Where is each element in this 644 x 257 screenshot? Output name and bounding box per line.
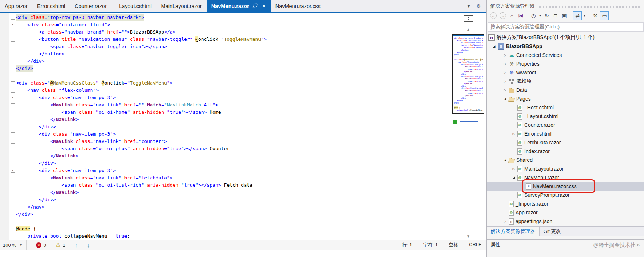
pin-icon[interactable] <box>253 3 258 8</box>
tree-item-pages[interactable]: ◢Pages <box>487 94 644 103</box>
pending-changes-filter-icon[interactable]: ◷ <box>529 12 537 20</box>
forward-icon[interactable]: → <box>500 12 506 19</box>
warning-count-button[interactable]: ⚠ 1 <box>56 242 65 248</box>
properties-icon[interactable]: ⚒ <box>591 12 599 20</box>
tree-item-counter-razor[interactable]: @Counter.razor <box>487 121 644 129</box>
scroll-down-icon[interactable]: ▼ <box>466 234 470 239</box>
tree-item-fetchdata-razor[interactable]: @FetchData.razor <box>487 138 644 147</box>
expand-arrow-icon[interactable]: ▷ <box>510 132 517 136</box>
refresh-icon[interactable]: ↻ <box>543 12 551 20</box>
fold-collapse-box[interactable]: - <box>9 87 16 94</box>
fold-collapse-box[interactable]: - <box>9 101 16 109</box>
globe-icon: ⊕ <box>509 70 514 75</box>
breakpoint-margin[interactable] <box>0 13 9 240</box>
tree-item-properties[interactable]: ▷⚒Properties <box>487 59 644 68</box>
eol-indicator[interactable]: CRLF <box>469 242 481 248</box>
collapse-arrow-icon[interactable]: ◢ <box>490 44 498 48</box>
fold-collapse-box[interactable]: - <box>9 167 16 174</box>
expand-arrow-icon[interactable]: ▷ <box>501 53 509 57</box>
tab-label: Counter.razor <box>75 3 107 9</box>
tree-item-shared[interactable]: ◢Shared <box>487 156 644 164</box>
tree-item-surveyprompt-razor[interactable]: @SurveyPrompt.razor <box>487 191 644 199</box>
razor-icon: @ <box>517 175 522 181</box>
tab-mainlayout-razor[interactable]: MainLayout.razor <box>156 0 207 12</box>
collapse-arrow-icon[interactable]: ◢ <box>501 97 509 101</box>
tree-item-blazorbbsapp[interactable]: ◢⊞BlazorBBSApp <box>487 42 644 51</box>
tree-item-navmenu-razor[interactable]: ◢@NavMenu.razor <box>487 173 644 182</box>
sync-with-active-document-icon[interactable]: ⇄ <box>573 11 582 20</box>
fold-collapse-box[interactable]: - <box>9 131 16 138</box>
tree-item-label: _Layout.cshtml <box>524 113 558 119</box>
minimap-viewport[interactable]: <div class="top-row ps-3 navbar navbar-d… <box>452 34 484 114</box>
fold-collapse-box[interactable]: - <box>9 36 16 43</box>
code-editor[interactable]: -<div class="top-row ps-3 navbar navbar-… <box>9 13 450 240</box>
tree-item-error-cshtml[interactable]: ▷@Error.cshtml <box>487 129 644 138</box>
char-indicator[interactable]: 字符: 1 <box>423 242 438 248</box>
switch-views-icon[interactable]: ⋈ <box>517 12 525 20</box>
filter-dropdown-icon[interactable]: ▾ <box>538 12 542 20</box>
search-input[interactable]: 搜索解决方案资源管理器(Ctrl+;) <box>488 22 644 32</box>
tab-error-cshtml[interactable]: Error.cshtml <box>32 0 70 12</box>
tab-navmenu-razor[interactable]: NavMenu.razor✕ <box>207 0 271 12</box>
tree-item-label: SurveyPrompt.razor <box>524 192 569 198</box>
tree-item-navmenu-razor-css[interactable]: #NavMenu.razor.css <box>487 182 644 191</box>
expand-arrow-icon[interactable]: ▷ <box>501 219 509 223</box>
tree-item-data[interactable]: ▷Data <box>487 86 644 94</box>
properties-title[interactable]: 属性 <box>490 242 500 248</box>
tree-item-mainlayout-razor[interactable]: ▷@MainLayout.razor <box>487 164 644 173</box>
expand-arrow-icon[interactable]: ▷ <box>501 79 509 83</box>
collapse-arrow-icon[interactable]: ◢ <box>510 176 517 179</box>
split-window-handle-icon[interactable]: ▲▼ <box>464 15 473 22</box>
collapse-all-icon[interactable]: ⊟ <box>552 12 560 20</box>
show-all-files-icon[interactable]: ▣ <box>560 12 568 20</box>
fold-collapse-box[interactable]: - <box>9 138 16 145</box>
tool-tab-solution-explorer[interactable]: 解决方案资源管理器 <box>487 227 540 236</box>
fold-collapse-box[interactable]: - <box>9 79 16 87</box>
zoom-selector[interactable]: 100 % ▼ <box>0 240 27 250</box>
code-text: <span class="oi oi-plus" aria-hidden="tr… <box>16 145 230 152</box>
window-settings-icon[interactable]: ⚙ <box>476 3 481 9</box>
collapse-arrow-icon[interactable]: ◢ <box>501 158 509 162</box>
tree-item-wwwroot[interactable]: ▷⊕wwwroot <box>487 68 644 77</box>
home-icon[interactable]: ⌂ <box>508 12 516 20</box>
tool-tab-git-changes[interactable]: Git 更改 <box>540 227 565 236</box>
expand-arrow-icon[interactable]: ▷ <box>501 62 509 66</box>
code-text: <nav class="flex-column"> <box>16 87 99 94</box>
expand-arrow-icon[interactable]: ▷ <box>501 88 509 92</box>
preview-selected-items-icon[interactable]: ▭ <box>600 11 609 20</box>
document-list-dropdown-icon[interactable]: ▼ <box>466 4 470 8</box>
tab-navmenu-razor-css[interactable]: NavMenu.razor.css <box>271 0 325 12</box>
tree-item-imports-razor[interactable]: @_Imports.razor <box>487 199 644 208</box>
scroll-up-icon[interactable]: ▲ <box>466 27 470 32</box>
tree-item-blazorbbsapp-1-1[interactable]: ⋈解决方案"BlazorBBSApp"(1 个项目/共 1 个) <box>487 33 644 42</box>
tab-app-razor[interactable]: App.razor <box>0 0 32 12</box>
tab--layout-cshtml[interactable]: _Layout.cshtml <box>111 0 156 12</box>
expand-arrow-icon[interactable]: ▷ <box>501 71 509 74</box>
tree-item-index-razor[interactable]: @Index.razor <box>487 147 644 156</box>
code-line <box>9 218 450 225</box>
fold-collapse-box[interactable]: - <box>9 21 16 28</box>
tree-item-appsettings-json[interactable]: ▷{}appsettings.json <box>487 217 644 226</box>
tree-item-connected-services[interactable]: ▷☁Connected Services <box>487 51 644 59</box>
expand-arrow-icon[interactable]: ▷ <box>510 167 517 171</box>
fold-collapse-box[interactable]: - <box>9 174 16 182</box>
fold-collapse-box[interactable]: - <box>9 14 16 21</box>
fold-collapse-box[interactable]: - <box>9 225 16 233</box>
error-count-button[interactable]: ✕ 0 <box>36 242 46 248</box>
tree-item-host-cshtml[interactable]: @_Host.cshtml <box>487 103 644 112</box>
panel-title-bar[interactable]: 解决方案资源管理器 <box>487 0 644 9</box>
tab-label: App.razor <box>5 3 28 9</box>
tab-counter-razor[interactable]: Counter.razor <box>70 0 111 12</box>
next-issue-icon[interactable]: ↓ <box>87 242 90 248</box>
sync-dropdown-icon[interactable]: ▾ <box>583 12 587 20</box>
close-icon[interactable]: ✕ <box>262 4 266 9</box>
tree-item-app-razor[interactable]: @App.razor <box>487 208 644 217</box>
previous-issue-icon[interactable]: ↑ <box>75 242 78 248</box>
space-mode-indicator[interactable]: 空格 <box>449 242 458 248</box>
back-icon[interactable]: ← <box>490 12 497 19</box>
line-indicator[interactable]: 行: 1 <box>402 242 412 248</box>
fold-collapse-box[interactable]: - <box>9 94 16 101</box>
tree-item-[interactable]: ▷依赖项 <box>487 77 644 86</box>
code-line: </div> <box>9 65 450 72</box>
tree-item-layout-cshtml[interactable]: @_Layout.cshtml <box>487 112 644 121</box>
